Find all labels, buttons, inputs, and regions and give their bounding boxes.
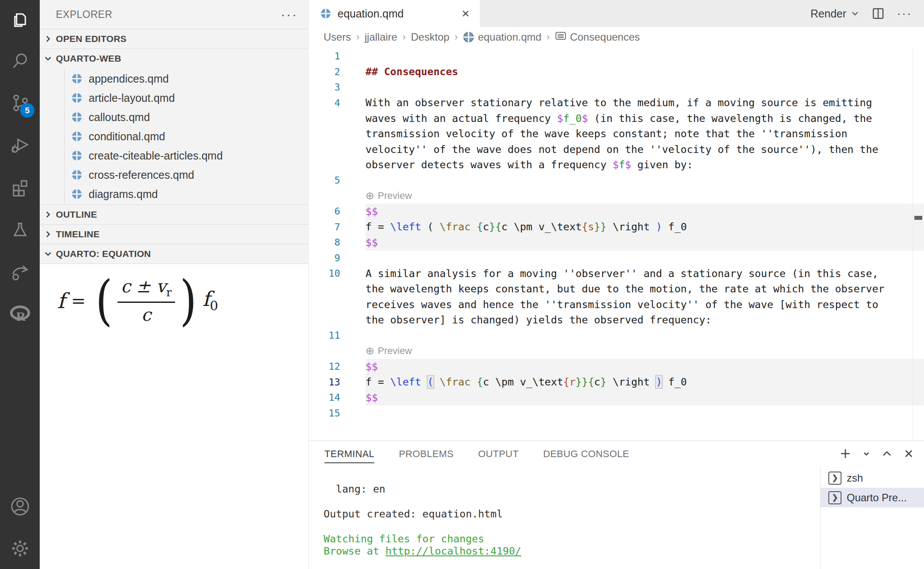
- section-label: OUTLINE: [56, 209, 97, 220]
- terminal-line: Output created: equation.html: [324, 508, 820, 520]
- editor-row[interactable]: 14$$: [309, 390, 924, 406]
- maximize-panel-icon[interactable]: [881, 448, 893, 459]
- editor-row[interactable]: velocity'' of the wave does not depend o…: [309, 142, 924, 157]
- panel-tab-terminal[interactable]: TERMINAL: [324, 444, 374, 463]
- editor-row[interactable]: 2## Consequences: [309, 64, 924, 80]
- editor-row[interactable]: observer detects waves with a frequency …: [309, 157, 924, 173]
- editor-row[interactable]: 1: [309, 49, 924, 64]
- section-quarto-web[interactable]: QUARTO-WEB: [40, 49, 308, 68]
- breadcrumb-item-equation-qmd[interactable]: equation.qmd: [463, 31, 541, 43]
- editor-row[interactable]: 10A similar analysis for a moving ''obse…: [309, 266, 924, 281]
- editor-row[interactable]: waves with an actual frequency $f_0$ (in…: [309, 111, 924, 126]
- extensions-icon[interactable]: [0, 175, 40, 200]
- chevron-down-icon: [40, 250, 56, 258]
- terminal-instance-quarto-pre-[interactable]: ❯Quarto Pre...: [821, 488, 924, 507]
- more-actions-icon[interactable]: ···: [897, 7, 912, 21]
- editor-row[interactable]: 7f = \left ( \frac {c}{c \pm v_\text{s}}…: [309, 219, 924, 235]
- r-lang-icon[interactable]: R: [0, 302, 40, 326]
- editor-row[interactable]: the observer] is changed) yields the obs…: [309, 312, 924, 328]
- file-label: appendices.qmd: [89, 73, 169, 85]
- editor-row[interactable]: ⊕Preview: [309, 188, 924, 204]
- close-panel-icon[interactable]: [903, 448, 914, 459]
- breadcrumb-item-users[interactable]: Users: [324, 31, 351, 43]
- account-icon[interactable]: [0, 494, 40, 519]
- code-line: [365, 328, 924, 343]
- file-row-diagrams-qmd[interactable]: diagrams.qmd: [40, 184, 308, 204]
- code-line: [365, 406, 924, 421]
- chevron-right-icon: [40, 230, 56, 238]
- panel-tab-problems[interactable]: PROBLEMS: [399, 444, 453, 463]
- terminal-link[interactable]: http://localhost:4190/: [385, 545, 521, 557]
- explorer-icon[interactable]: [0, 8, 40, 32]
- editor-row[interactable]: 12$$: [309, 359, 924, 375]
- line-number: 3: [309, 82, 365, 93]
- code-editor[interactable]: 12## Consequences34With an observer stat…: [309, 47, 924, 441]
- terminal-instance-zsh[interactable]: ❯zsh: [821, 468, 924, 488]
- editor-row[interactable]: 15: [309, 406, 924, 421]
- section-open-editors[interactable]: OPEN EDITORS: [40, 29, 308, 49]
- overview-ruler-marker: [914, 216, 922, 220]
- panel-tab-debug-console[interactable]: DEBUG CONSOLE: [543, 444, 629, 463]
- source-control-icon[interactable]: 5: [0, 91, 40, 116]
- editor-row[interactable]: transmission velocity of the wave keeps …: [309, 126, 924, 142]
- editor-row[interactable]: 6$$: [309, 204, 924, 219]
- panel-tab-output[interactable]: OUTPUT: [478, 444, 519, 463]
- editor-row[interactable]: 3: [309, 80, 924, 95]
- chevron-right-icon: [40, 211, 56, 219]
- editor-row[interactable]: the wavelength keeps constant, but due t…: [309, 281, 924, 297]
- file-row-appendices-qmd[interactable]: appendices.qmd: [40, 69, 308, 88]
- overview-ruler[interactable]: [913, 47, 924, 441]
- file-row-conditional-qmd[interactable]: conditional.qmd: [40, 127, 308, 146]
- file-row-callouts-qmd[interactable]: callouts.qmd: [40, 108, 308, 127]
- split-editor-icon[interactable]: [872, 7, 885, 20]
- section-timeline[interactable]: TIMELINE: [40, 224, 308, 244]
- equation-rhs: f0: [202, 287, 218, 313]
- editor-row[interactable]: 5: [309, 173, 924, 188]
- sidebar-title: EXPLORER: [56, 9, 112, 21]
- terminal-output[interactable]: lang: enOutput created: equation.htmlWat…: [309, 466, 820, 569]
- editor-row[interactable]: 9: [309, 250, 924, 266]
- section-outline[interactable]: OUTLINE: [40, 205, 308, 224]
- tab-equation-qmd[interactable]: equation.qmd ×: [309, 0, 480, 27]
- quarto-extension-icon[interactable]: [0, 260, 40, 284]
- file-row-create-citeable-articles-qmd[interactable]: create-citeable-articles.qmd: [40, 146, 308, 165]
- editor-row[interactable]: 4With an observer stationary relative to…: [309, 95, 924, 111]
- file-row-article-layout-qmd[interactable]: article-layout.qmd: [40, 88, 308, 108]
- new-terminal-icon[interactable]: [839, 448, 852, 460]
- file-row-cross-references-qmd[interactable]: cross-references.qmd: [40, 165, 308, 184]
- run-and-debug-icon[interactable]: [0, 133, 40, 157]
- render-button[interactable]: Render: [810, 7, 859, 20]
- equation-relation: =: [71, 291, 86, 311]
- line-number: 15: [309, 408, 365, 419]
- settings-gear-icon[interactable]: [0, 536, 40, 561]
- breadcrumb-item-desktop[interactable]: Desktop: [411, 31, 449, 43]
- breadcrumb-item-jjallaire[interactable]: jjallaire: [365, 31, 397, 43]
- breadcrumb-label: Desktop: [411, 31, 449, 43]
- quarto-file-icon: [71, 188, 83, 200]
- quarto-file-icon: [320, 8, 331, 19]
- search-icon[interactable]: [0, 49, 40, 73]
- preview-codelens[interactable]: ⊕Preview: [365, 190, 412, 202]
- line-number: 13: [309, 377, 365, 388]
- section-label: OPEN EDITORS: [56, 34, 127, 44]
- section-quarto-equation[interactable]: QUARTO: EQUATION: [40, 244, 308, 264]
- section-label: QUARTO-WEB: [56, 53, 121, 64]
- explorer-more-actions-icon[interactable]: ···: [281, 12, 298, 17]
- code-line: [365, 250, 924, 266]
- quarto-file-icon: [463, 31, 474, 43]
- editor-row[interactable]: receives waves and hence the ''transmiss…: [309, 297, 924, 312]
- testing-beaker-icon[interactable]: [0, 218, 40, 242]
- editor-row[interactable]: 8$$: [309, 235, 924, 250]
- terminal-launch-dropdown-icon[interactable]: [862, 449, 871, 458]
- code-line: A similar analysis for a moving ''observ…: [365, 266, 924, 281]
- editor-row[interactable]: ⊕Preview: [309, 343, 924, 359]
- editor-row[interactable]: 11: [309, 328, 924, 343]
- chevron-down-icon: [40, 55, 56, 62]
- terminal-instance-label: Quarto Pre...: [847, 492, 907, 504]
- editor-row[interactable]: 13f = \left ( \frac {c \pm v_\text{r}}{c…: [309, 375, 924, 390]
- file-label: conditional.qmd: [89, 130, 165, 143]
- tab-close-icon[interactable]: ×: [459, 7, 472, 20]
- preview-codelens[interactable]: ⊕Preview: [365, 345, 412, 357]
- line-number: 8: [309, 237, 365, 248]
- breadcrumb-item-consequences[interactable]: Consequences: [555, 31, 640, 44]
